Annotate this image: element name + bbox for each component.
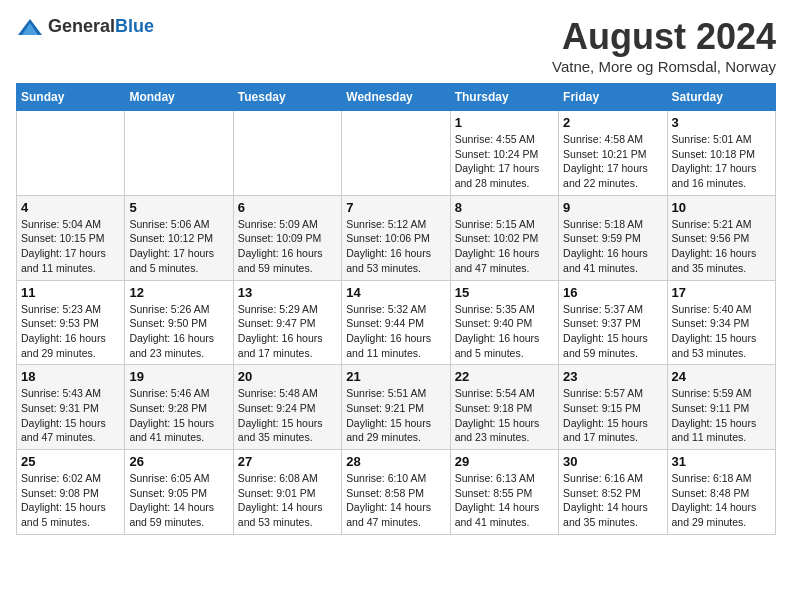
day-cell-1: 1Sunrise: 4:55 AMSunset: 10:24 PMDayligh… (450, 111, 558, 196)
day-cell-18: 18Sunrise: 5:43 AMSunset: 9:31 PMDayligh… (17, 365, 125, 450)
day-cell-27: 27Sunrise: 6:08 AMSunset: 9:01 PMDayligh… (233, 450, 341, 535)
title-area: August 2024 Vatne, More og Romsdal, Norw… (552, 16, 776, 75)
day-info: Sunrise: 5:29 AMSunset: 9:47 PMDaylight:… (238, 302, 337, 361)
day-info: Sunrise: 6:08 AMSunset: 9:01 PMDaylight:… (238, 471, 337, 530)
empty-cell (233, 111, 341, 196)
day-number: 19 (129, 369, 228, 384)
day-info: Sunrise: 5:04 AMSunset: 10:15 PMDaylight… (21, 217, 120, 276)
day-cell-4: 4Sunrise: 5:04 AMSunset: 10:15 PMDayligh… (17, 195, 125, 280)
day-cell-2: 2Sunrise: 4:58 AMSunset: 10:21 PMDayligh… (559, 111, 667, 196)
header-wednesday: Wednesday (342, 84, 450, 111)
day-cell-3: 3Sunrise: 5:01 AMSunset: 10:18 PMDayligh… (667, 111, 775, 196)
day-cell-10: 10Sunrise: 5:21 AMSunset: 9:56 PMDayligh… (667, 195, 775, 280)
logo-text-blue: Blue (115, 16, 154, 36)
day-info: Sunrise: 5:48 AMSunset: 9:24 PMDaylight:… (238, 386, 337, 445)
day-number: 25 (21, 454, 120, 469)
logo-icon (16, 17, 44, 37)
day-number: 1 (455, 115, 554, 130)
day-number: 29 (455, 454, 554, 469)
day-cell-28: 28Sunrise: 6:10 AMSunset: 8:58 PMDayligh… (342, 450, 450, 535)
header-sunday: Sunday (17, 84, 125, 111)
day-cell-25: 25Sunrise: 6:02 AMSunset: 9:08 PMDayligh… (17, 450, 125, 535)
day-number: 18 (21, 369, 120, 384)
day-info: Sunrise: 5:46 AMSunset: 9:28 PMDaylight:… (129, 386, 228, 445)
day-info: Sunrise: 5:37 AMSunset: 9:37 PMDaylight:… (563, 302, 662, 361)
day-cell-31: 31Sunrise: 6:18 AMSunset: 8:48 PMDayligh… (667, 450, 775, 535)
day-number: 14 (346, 285, 445, 300)
day-number: 17 (672, 285, 771, 300)
day-cell-7: 7Sunrise: 5:12 AMSunset: 10:06 PMDayligh… (342, 195, 450, 280)
calendar-header-row: SundayMondayTuesdayWednesdayThursdayFrid… (17, 84, 776, 111)
day-info: Sunrise: 5:54 AMSunset: 9:18 PMDaylight:… (455, 386, 554, 445)
day-info: Sunrise: 6:10 AMSunset: 8:58 PMDaylight:… (346, 471, 445, 530)
day-info: Sunrise: 6:18 AMSunset: 8:48 PMDaylight:… (672, 471, 771, 530)
day-cell-23: 23Sunrise: 5:57 AMSunset: 9:15 PMDayligh… (559, 365, 667, 450)
day-cell-9: 9Sunrise: 5:18 AMSunset: 9:59 PMDaylight… (559, 195, 667, 280)
day-info: Sunrise: 6:13 AMSunset: 8:55 PMDaylight:… (455, 471, 554, 530)
week-row-4: 18Sunrise: 5:43 AMSunset: 9:31 PMDayligh… (17, 365, 776, 450)
day-number: 5 (129, 200, 228, 215)
day-cell-29: 29Sunrise: 6:13 AMSunset: 8:55 PMDayligh… (450, 450, 558, 535)
day-info: Sunrise: 5:18 AMSunset: 9:59 PMDaylight:… (563, 217, 662, 276)
day-info: Sunrise: 5:40 AMSunset: 9:34 PMDaylight:… (672, 302, 771, 361)
calendar-table: SundayMondayTuesdayWednesdayThursdayFrid… (16, 83, 776, 535)
day-info: Sunrise: 4:58 AMSunset: 10:21 PMDaylight… (563, 132, 662, 191)
day-number: 26 (129, 454, 228, 469)
day-cell-24: 24Sunrise: 5:59 AMSunset: 9:11 PMDayligh… (667, 365, 775, 450)
day-number: 24 (672, 369, 771, 384)
day-number: 3 (672, 115, 771, 130)
header-monday: Monday (125, 84, 233, 111)
header-thursday: Thursday (450, 84, 558, 111)
day-cell-16: 16Sunrise: 5:37 AMSunset: 9:37 PMDayligh… (559, 280, 667, 365)
day-info: Sunrise: 5:09 AMSunset: 10:09 PMDaylight… (238, 217, 337, 276)
day-number: 13 (238, 285, 337, 300)
day-cell-21: 21Sunrise: 5:51 AMSunset: 9:21 PMDayligh… (342, 365, 450, 450)
day-number: 16 (563, 285, 662, 300)
day-info: Sunrise: 5:06 AMSunset: 10:12 PMDaylight… (129, 217, 228, 276)
day-cell-12: 12Sunrise: 5:26 AMSunset: 9:50 PMDayligh… (125, 280, 233, 365)
day-number: 7 (346, 200, 445, 215)
day-info: Sunrise: 5:26 AMSunset: 9:50 PMDaylight:… (129, 302, 228, 361)
day-cell-19: 19Sunrise: 5:46 AMSunset: 9:28 PMDayligh… (125, 365, 233, 450)
day-info: Sunrise: 5:21 AMSunset: 9:56 PMDaylight:… (672, 217, 771, 276)
day-cell-8: 8Sunrise: 5:15 AMSunset: 10:02 PMDayligh… (450, 195, 558, 280)
day-number: 27 (238, 454, 337, 469)
main-title: August 2024 (552, 16, 776, 58)
empty-cell (342, 111, 450, 196)
day-info: Sunrise: 6:05 AMSunset: 9:05 PMDaylight:… (129, 471, 228, 530)
subtitle: Vatne, More og Romsdal, Norway (552, 58, 776, 75)
empty-cell (17, 111, 125, 196)
day-number: 21 (346, 369, 445, 384)
day-number: 30 (563, 454, 662, 469)
header: GeneralBlue August 2024 Vatne, More og R… (16, 16, 776, 75)
logo-text-general: General (48, 16, 115, 36)
day-cell-30: 30Sunrise: 6:16 AMSunset: 8:52 PMDayligh… (559, 450, 667, 535)
day-info: Sunrise: 5:12 AMSunset: 10:06 PMDaylight… (346, 217, 445, 276)
day-cell-13: 13Sunrise: 5:29 AMSunset: 9:47 PMDayligh… (233, 280, 341, 365)
day-number: 20 (238, 369, 337, 384)
day-number: 23 (563, 369, 662, 384)
day-info: Sunrise: 5:57 AMSunset: 9:15 PMDaylight:… (563, 386, 662, 445)
day-info: Sunrise: 5:43 AMSunset: 9:31 PMDaylight:… (21, 386, 120, 445)
day-info: Sunrise: 4:55 AMSunset: 10:24 PMDaylight… (455, 132, 554, 191)
day-number: 11 (21, 285, 120, 300)
day-number: 28 (346, 454, 445, 469)
day-number: 6 (238, 200, 337, 215)
day-number: 31 (672, 454, 771, 469)
day-number: 8 (455, 200, 554, 215)
header-friday: Friday (559, 84, 667, 111)
day-info: Sunrise: 5:35 AMSunset: 9:40 PMDaylight:… (455, 302, 554, 361)
day-cell-11: 11Sunrise: 5:23 AMSunset: 9:53 PMDayligh… (17, 280, 125, 365)
header-saturday: Saturday (667, 84, 775, 111)
day-info: Sunrise: 5:32 AMSunset: 9:44 PMDaylight:… (346, 302, 445, 361)
day-info: Sunrise: 5:23 AMSunset: 9:53 PMDaylight:… (21, 302, 120, 361)
day-cell-5: 5Sunrise: 5:06 AMSunset: 10:12 PMDayligh… (125, 195, 233, 280)
day-cell-17: 17Sunrise: 5:40 AMSunset: 9:34 PMDayligh… (667, 280, 775, 365)
header-tuesday: Tuesday (233, 84, 341, 111)
day-cell-22: 22Sunrise: 5:54 AMSunset: 9:18 PMDayligh… (450, 365, 558, 450)
day-number: 2 (563, 115, 662, 130)
week-row-3: 11Sunrise: 5:23 AMSunset: 9:53 PMDayligh… (17, 280, 776, 365)
day-info: Sunrise: 5:15 AMSunset: 10:02 PMDaylight… (455, 217, 554, 276)
day-number: 9 (563, 200, 662, 215)
day-info: Sunrise: 5:01 AMSunset: 10:18 PMDaylight… (672, 132, 771, 191)
